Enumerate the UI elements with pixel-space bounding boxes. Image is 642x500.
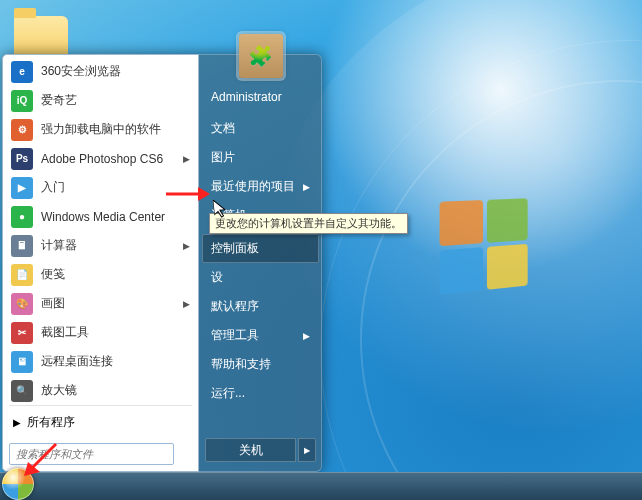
chevron-right-icon: ▶ — [183, 154, 190, 164]
chevron-right-icon: ▶ — [183, 299, 190, 309]
program-label: Windows Media Center — [41, 210, 165, 224]
mouse-cursor-icon — [213, 198, 231, 224]
program-icon: 🔍 — [11, 380, 33, 402]
annotation-arrow-icon — [164, 182, 210, 210]
all-programs-button[interactable]: ▶ 所有程序 — [3, 408, 198, 437]
right-menu-item[interactable]: 文档 — [199, 114, 322, 143]
right-menu-item[interactable]: 最近使用的项目▶ — [199, 172, 322, 201]
program-icon: 🖩 — [11, 235, 33, 257]
program-label: 截图工具 — [41, 324, 89, 341]
taskbar — [0, 472, 642, 500]
right-menu-label: 最近使用的项目 — [211, 178, 295, 195]
divider — [9, 405, 192, 406]
program-item[interactable]: 🎨画图▶ — [5, 289, 196, 318]
chevron-right-icon: ▶ — [183, 241, 190, 251]
program-label: 入门 — [41, 179, 65, 196]
shutdown-button[interactable]: 关机 — [205, 438, 296, 462]
program-label: 360安全浏览器 — [41, 63, 121, 80]
right-menu-label: 运行... — [211, 385, 245, 402]
program-label: 爱奇艺 — [41, 92, 77, 109]
program-label: 便笺 — [41, 266, 65, 283]
chevron-right-icon: ▶ — [304, 446, 310, 455]
shutdown-label: 关机 — [239, 442, 263, 459]
program-item[interactable]: 🖩计算器▶ — [5, 231, 196, 260]
program-label: Adobe Photoshop CS6 — [41, 152, 163, 166]
program-icon: Ps — [11, 148, 33, 170]
program-label: 强力卸载电脑中的软件 — [41, 121, 161, 138]
tooltip: 更改您的计算机设置并自定义其功能。 — [209, 213, 408, 234]
svg-line-2 — [32, 444, 56, 468]
right-menu-item[interactable]: 控制面板 — [202, 234, 319, 263]
program-label: 画图 — [41, 295, 65, 312]
right-menu-label: 设 — [211, 269, 223, 286]
avatar-icon: 🧩 — [248, 44, 273, 68]
right-menu-item[interactable]: 管理工具▶ — [199, 321, 322, 350]
chevron-right-icon: ▶ — [13, 417, 21, 428]
right-menu-item[interactable]: 图片 — [199, 143, 322, 172]
annotation-arrow-icon — [20, 440, 60, 484]
program-icon: e — [11, 61, 33, 83]
program-item[interactable]: PsAdobe Photoshop CS6▶ — [5, 144, 196, 173]
program-icon: 🎨 — [11, 293, 33, 315]
program-icon: 📄 — [11, 264, 33, 286]
right-menu-label: 管理工具 — [211, 327, 259, 344]
start-menu-right-column: 🧩 Administrator文档图片最近使用的项目▶计算机控制面板设默认程序管… — [199, 54, 322, 472]
program-item[interactable]: ✂截图工具 — [5, 318, 196, 347]
program-icon: ● — [11, 206, 33, 228]
right-menu-item[interactable]: 默认程序 — [199, 292, 322, 321]
chevron-right-icon: ▶ — [303, 331, 310, 341]
right-menu-label: 文档 — [211, 120, 235, 137]
right-menu-item[interactable]: Administrator — [199, 84, 322, 110]
shutdown-row: 关机 ▶ — [199, 432, 322, 468]
program-item[interactable]: 📄便笺 — [5, 260, 196, 289]
right-menu-label: 图片 — [211, 149, 235, 166]
program-icon: ▶ — [11, 177, 33, 199]
right-menu-item[interactable]: 运行... — [199, 379, 322, 408]
svg-marker-1 — [198, 187, 210, 201]
right-menu-item[interactable]: 设 — [199, 263, 322, 292]
chevron-right-icon: ▶ — [303, 182, 310, 192]
user-avatar[interactable]: 🧩 — [239, 34, 283, 78]
all-programs-label: 所有程序 — [27, 414, 75, 431]
program-icon: iQ — [11, 90, 33, 112]
start-menu: e360安全浏览器iQ爱奇艺⚙强力卸载电脑中的软件PsAdobe Photosh… — [2, 54, 322, 472]
avatar-container: 🧩 — [199, 34, 322, 78]
program-icon: ⚙ — [11, 119, 33, 141]
right-menu-item[interactable]: 帮助和支持 — [199, 350, 322, 379]
start-menu-left-column: e360安全浏览器iQ爱奇艺⚙强力卸载电脑中的软件PsAdobe Photosh… — [2, 54, 199, 472]
program-icon: ✂ — [11, 322, 33, 344]
right-menu-label: Administrator — [211, 90, 282, 104]
program-item[interactable]: iQ爱奇艺 — [5, 86, 196, 115]
program-icon: 🖥 — [11, 351, 33, 373]
program-item[interactable]: 🔍放大镜 — [5, 376, 196, 403]
program-label: 远程桌面连接 — [41, 353, 113, 370]
right-menu-label: 默认程序 — [211, 298, 259, 315]
program-item[interactable]: ⚙强力卸载电脑中的软件 — [5, 115, 196, 144]
program-item[interactable]: 🖥远程桌面连接 — [5, 347, 196, 376]
windows-logo-graphic — [440, 198, 528, 294]
shutdown-options-button[interactable]: ▶ — [298, 438, 316, 462]
programs-list: e360安全浏览器iQ爱奇艺⚙强力卸载电脑中的软件PsAdobe Photosh… — [3, 55, 198, 403]
program-label: 计算器 — [41, 237, 77, 254]
program-label: 放大镜 — [41, 382, 77, 399]
program-item[interactable]: e360安全浏览器 — [5, 57, 196, 86]
right-menu-label: 控制面板 — [211, 240, 259, 257]
clear-search-icon[interactable] — [180, 442, 192, 454]
right-menu-label: 帮助和支持 — [211, 356, 271, 373]
